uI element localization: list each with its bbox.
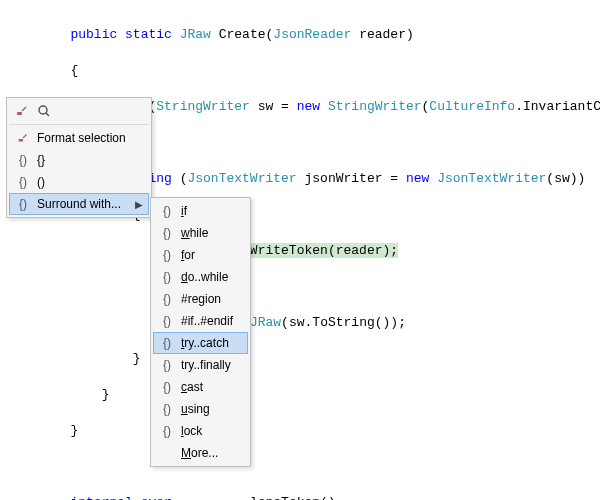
- menu-toolbar: [9, 100, 149, 125]
- surround-for-item[interactable]: {​)for: [153, 244, 248, 266]
- code-line: jsonWriter.WriteToken(reader);: [8, 242, 600, 260]
- braces-icon: {​): [159, 247, 175, 263]
- code-line: }: [8, 386, 600, 404]
- menu-label: do..while: [181, 270, 242, 284]
- menu-label: {}: [37, 153, 143, 167]
- surround-if-item[interactable]: {​)if: [153, 200, 248, 222]
- surround-dowhile-item[interactable]: {​)do..while: [153, 266, 248, 288]
- braces-icon: {​): [159, 203, 175, 219]
- braces-icon: {​): [159, 423, 175, 439]
- format-selection-item[interactable]: Format selection: [9, 127, 149, 149]
- menu-label: #if..#endif: [181, 314, 242, 328]
- chevron-right-icon: ▶: [135, 199, 143, 210]
- svg-line-1: [22, 107, 26, 111]
- svg-point-2: [39, 106, 47, 114]
- code-line: [8, 458, 600, 476]
- braces-icon: {​): [159, 335, 175, 351]
- svg-line-3: [46, 113, 49, 116]
- braces-icon: {​): [159, 401, 175, 417]
- surround-ifendif-item[interactable]: {​)#if..#endif: [153, 310, 248, 332]
- code-editor[interactable]: public static JRaw Create(JsonReader rea…: [0, 0, 600, 500]
- menu-label: if: [181, 204, 242, 218]
- menu-label: #region: [181, 292, 242, 306]
- surround-while-item[interactable]: {​)while: [153, 222, 248, 244]
- menu-label: Format selection: [37, 131, 143, 145]
- code-line: internal over loneToken(): [8, 494, 600, 500]
- refactor-menu: Format selection {​) {} {​) () {​) Surro…: [6, 97, 152, 218]
- surround-region-item[interactable]: {​)#region: [153, 288, 248, 310]
- code-line: }: [8, 422, 600, 440]
- code-line: return new JRaw(sw.ToString());: [8, 314, 600, 332]
- menu-label: cast: [181, 380, 242, 394]
- menu-label: try..finally: [181, 358, 242, 372]
- surround-tryfinally-item[interactable]: {​)try..finally: [153, 354, 248, 376]
- surround-cast-item[interactable]: {​)cast: [153, 376, 248, 398]
- menu-label: try..catch: [181, 336, 242, 350]
- surround-parens-item[interactable]: {​) (): [9, 171, 149, 193]
- menu-label: Surround with...: [37, 197, 129, 211]
- code-line: }: [8, 350, 600, 368]
- surround-with-item[interactable]: {​) Surround with... ▶: [9, 193, 149, 215]
- braces-icon: {​): [159, 379, 175, 395]
- surround-braces-item[interactable]: {​) {}: [9, 149, 149, 171]
- code-line: public static JRaw Create(JsonReader rea…: [8, 26, 600, 44]
- surround-lock-item[interactable]: {​)lock: [153, 420, 248, 442]
- surround-with-submenu: {​)if{​)while{​)for{​)do..while{​)#regio…: [150, 197, 251, 467]
- svg-rect-4: [19, 139, 23, 142]
- menu-label: (): [37, 175, 143, 189]
- find-icon[interactable]: [35, 102, 53, 120]
- surround-trycatch-item[interactable]: {​)try..catch: [153, 332, 248, 354]
- code-line: [8, 278, 600, 296]
- surround-using-item[interactable]: {​)using: [153, 398, 248, 420]
- brush-icon: [15, 130, 31, 146]
- blank-icon: [159, 445, 175, 461]
- menu-label: lock: [181, 424, 242, 438]
- braces-icon: {​): [159, 313, 175, 329]
- menu-label: using: [181, 402, 242, 416]
- code-line: {: [8, 62, 600, 80]
- braces-icon: {​): [15, 174, 31, 190]
- surround-more-item[interactable]: More...: [153, 442, 248, 464]
- braces-icon: {​): [159, 291, 175, 307]
- braces-icon: {​): [159, 357, 175, 373]
- braces-icon: {​): [159, 269, 175, 285]
- svg-line-5: [23, 135, 27, 139]
- menu-label: More...: [181, 446, 242, 460]
- braces-icon: {​): [159, 225, 175, 241]
- brush-icon[interactable]: [13, 102, 31, 120]
- braces-icon: {​): [15, 152, 31, 168]
- menu-label: while: [181, 226, 242, 240]
- braces-icon: {​): [15, 196, 31, 212]
- svg-rect-0: [17, 112, 22, 115]
- menu-label: for: [181, 248, 242, 262]
